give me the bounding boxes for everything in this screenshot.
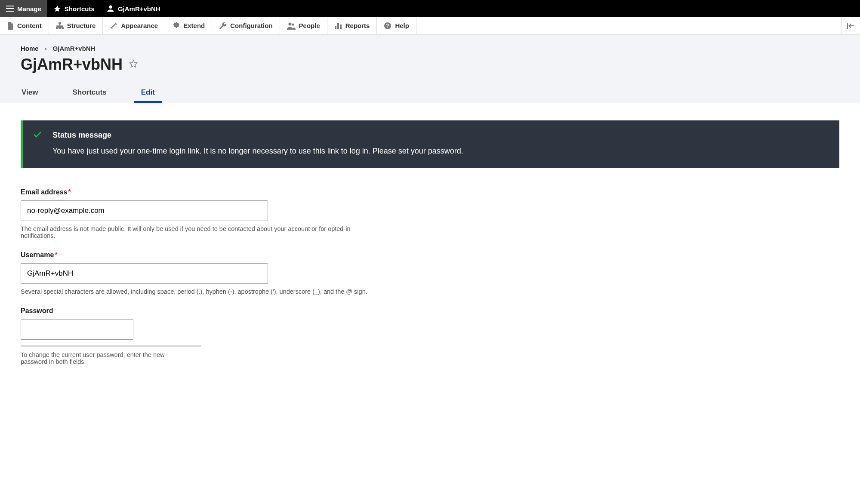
password-strength-bar <box>21 345 201 347</box>
tab-edit[interactable]: Edit <box>134 84 162 103</box>
menu-extend[interactable]: Extend <box>165 17 212 34</box>
svg-rect-2 <box>59 28 61 29</box>
menu-configuration[interactable]: Configuration <box>212 17 280 34</box>
required-marker: * <box>55 251 57 258</box>
svg-rect-0 <box>59 22 61 24</box>
form-group-username: Username* Several special characters are… <box>21 251 391 295</box>
menu-appearance[interactable]: Appearance <box>103 17 165 34</box>
breadcrumb-home[interactable]: Home <box>21 45 39 52</box>
breadcrumb-separator: › <box>45 45 47 52</box>
toolbar-manage[interactable]: Manage <box>0 0 47 17</box>
collapse-left-icon <box>847 23 855 29</box>
wand-icon <box>110 22 117 30</box>
menu-help[interactable]: ? Help <box>377 17 416 34</box>
menu-people-label: People <box>299 22 320 29</box>
toolbar-user[interactable]: GjAmR+vbNH <box>101 0 166 17</box>
admin-menu-spacer <box>416 17 842 34</box>
password-label: Password <box>21 307 391 315</box>
menu-help-label: Help <box>395 22 409 29</box>
svg-rect-1 <box>56 28 58 29</box>
password-description: To change the current user password, ent… <box>21 351 193 365</box>
file-icon <box>7 22 14 30</box>
email-label: Email address* <box>21 188 391 196</box>
people-icon <box>287 22 296 30</box>
menu-structure-label: Structure <box>67 22 96 29</box>
toolbar-user-label: GjAmR+vbNH <box>118 5 160 12</box>
tab-shortcuts[interactable]: Shortcuts <box>65 84 113 103</box>
svg-rect-7 <box>337 23 339 29</box>
breadcrumb: Home › GjAmR+vbNH <box>21 45 839 52</box>
menu-configuration-label: Configuration <box>230 22 272 29</box>
menu-extend-label: Extend <box>183 22 205 29</box>
email-description: The email address is not made public. It… <box>21 225 378 239</box>
menu-structure[interactable]: Structure <box>49 17 103 34</box>
svg-point-4 <box>288 22 291 25</box>
status-title: Status message <box>52 131 827 140</box>
menu-content[interactable]: Content <box>0 17 49 34</box>
wrench-icon <box>219 22 227 30</box>
menu-reports-label: Reports <box>345 22 370 29</box>
menu-appearance-label: Appearance <box>121 22 158 29</box>
username-description: Several special characters are allowed, … <box>21 288 378 295</box>
status-message: Status message You have just used your o… <box>21 120 839 168</box>
tab-view[interactable]: View <box>15 84 45 103</box>
admin-menu: Content Structure Appearance Extend Conf… <box>0 17 860 34</box>
user-icon <box>107 5 114 12</box>
svg-rect-6 <box>335 26 336 29</box>
main-content: Status message You have just used your o… <box>0 103 860 394</box>
form-group-password: Password To change the current user pass… <box>21 307 391 365</box>
star-outline-icon[interactable] <box>129 59 138 70</box>
page-tabs: View Shortcuts Edit <box>0 84 860 103</box>
toolbar-shortcuts-label: Shortcuts <box>65 5 95 12</box>
puzzle-icon <box>172 22 180 30</box>
page-title: GjAmR+vbNH <box>21 55 123 74</box>
svg-point-5 <box>292 23 294 25</box>
menu-people[interactable]: People <box>280 17 327 34</box>
svg-rect-8 <box>340 25 342 29</box>
page-header-region: Home › GjAmR+vbNH GjAmR+vbNH View Shortc… <box>0 34 860 103</box>
svg-rect-3 <box>62 28 64 29</box>
toolbar-shortcuts[interactable]: Shortcuts <box>47 0 101 17</box>
check-icon <box>34 132 41 139</box>
hamburger-icon <box>6 6 14 12</box>
structure-icon <box>56 22 64 29</box>
menu-content-label: Content <box>17 22 42 29</box>
password-field[interactable] <box>21 319 133 340</box>
toolbar-manage-label: Manage <box>17 5 41 12</box>
svg-text:?: ? <box>386 23 389 29</box>
username-label: Username* <box>21 251 391 259</box>
username-label-text: Username <box>21 251 54 258</box>
menu-collapse[interactable] <box>842 17 860 34</box>
menu-reports[interactable]: Reports <box>327 17 377 34</box>
chart-icon <box>334 22 342 29</box>
help-icon: ? <box>384 22 391 30</box>
star-icon <box>53 5 61 12</box>
status-body: You have just used your one-time login l… <box>52 147 827 156</box>
toolbar-top: Manage Shortcuts GjAmR+vbNH <box>0 0 860 17</box>
breadcrumb-current: GjAmR+vbNH <box>53 45 96 52</box>
email-field[interactable] <box>21 200 268 221</box>
email-label-text: Email address <box>21 188 68 196</box>
required-marker: * <box>68 188 71 196</box>
form-group-email: Email address* The email address is not … <box>21 188 391 239</box>
username-field[interactable] <box>21 263 268 284</box>
